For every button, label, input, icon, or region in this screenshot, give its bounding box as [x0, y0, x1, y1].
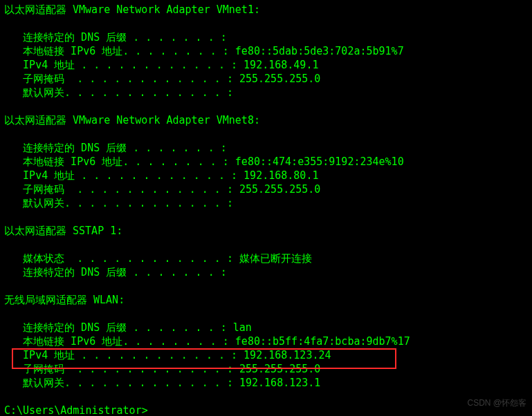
terminal-output: 以太网适配器 VMware Network Adapter VMnet1: 连接… — [0, 0, 532, 416]
